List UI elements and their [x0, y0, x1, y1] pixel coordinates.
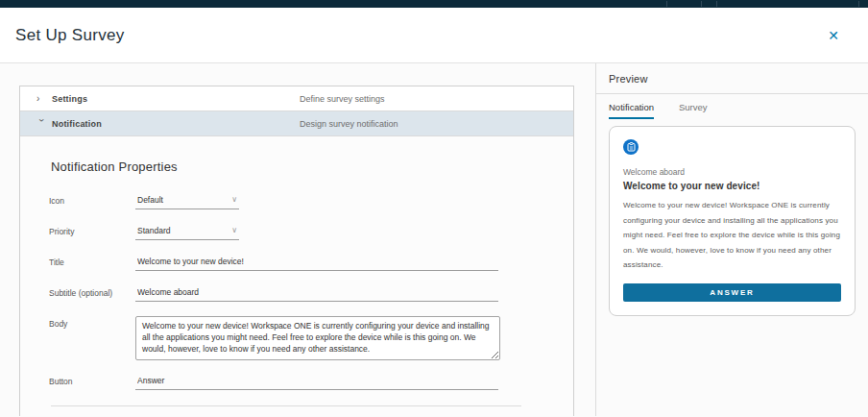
button-field-label: Button [49, 374, 135, 386]
priority-select[interactable]: Standard ∨ [135, 224, 239, 240]
browser-chrome-bar [0, 0, 868, 8]
subtitle-field-label: Subtitle (optional) [49, 285, 135, 298]
body-field-label: Body [49, 316, 135, 329]
icon-field-label: Icon [49, 193, 135, 206]
preview-pane: Preview Notification Survey Welcome aboa… [595, 63, 868, 416]
tab-separator [701, 1, 702, 7]
priority-field-label: Priority [49, 224, 135, 236]
close-icon[interactable]: ✕ [826, 27, 841, 44]
title-field-label: Title [49, 255, 135, 267]
title-input[interactable] [135, 255, 498, 271]
dialog-header: Set Up Survey ✕ [0, 8, 868, 63]
priority-select-value: Standard [137, 226, 171, 235]
body-textarea[interactable]: Welcome to your new device! Workspace ON… [135, 316, 500, 360]
body-field-row: Body Welcome to your new device! Workspa… [49, 316, 546, 360]
dialog-body: › Settings Define survey settings › Noti… [0, 63, 868, 416]
form-heading: Notification Properties [51, 159, 546, 174]
configuration-pane: › Settings Define survey settings › Noti… [0, 63, 595, 416]
preview-card-body: Welcome to your new device! Workspace ON… [623, 198, 841, 273]
page-title: Set Up Survey [15, 26, 125, 45]
tab-survey[interactable]: Survey [679, 94, 708, 119]
preview-card-subtitle: Welcome aboard [623, 167, 841, 177]
notification-properties-form: Notification Properties Icon Default ∨ P… [20, 136, 573, 417]
icon-select-value: Default [137, 195, 163, 205]
preview-tabs: Notification Survey [596, 94, 868, 119]
icon-select[interactable]: Default ∨ [135, 193, 239, 209]
section-description: Define survey settings [300, 94, 385, 104]
tab-separator [858, 1, 859, 7]
title-field-row: Title [49, 255, 546, 271]
answer-button[interactable]: ANSWER [623, 283, 841, 302]
subtitle-input[interactable] [135, 285, 498, 302]
form-footer-divider [51, 405, 521, 406]
chevron-right-icon: › [36, 93, 46, 104]
survey-accordion: › Settings Define survey settings › Noti… [19, 86, 574, 416]
preview-card-title: Welcome to your new device! [623, 181, 841, 191]
chevron-down-icon: › [36, 119, 47, 129]
section-description: Design survey notification [300, 119, 398, 129]
priority-field-row: Priority Standard ∨ [49, 224, 546, 240]
button-field-row: Button [49, 374, 546, 390]
button-label-input[interactable] [135, 374, 498, 390]
chevron-down-icon: ∨ [231, 195, 237, 204]
subtitle-field-row: Subtitle (optional) [49, 285, 546, 302]
accordion-section-settings[interactable]: › Settings Define survey settings [20, 86, 573, 111]
section-label: Notification [52, 119, 300, 129]
tab-separator [716, 1, 717, 7]
clipboard-icon [623, 139, 639, 155]
tab-separator [666, 1, 667, 7]
section-label: Settings [52, 94, 300, 104]
icon-field-row: Icon Default ∨ [49, 193, 546, 209]
chevron-down-icon: ∨ [231, 226, 237, 234]
preview-heading: Preview [596, 63, 868, 94]
notification-preview-card: Welcome aboard Welcome to your new devic… [609, 126, 856, 316]
accordion-section-notification[interactable]: › Notification Design survey notificatio… [20, 111, 573, 136]
tab-notification[interactable]: Notification [609, 94, 654, 119]
